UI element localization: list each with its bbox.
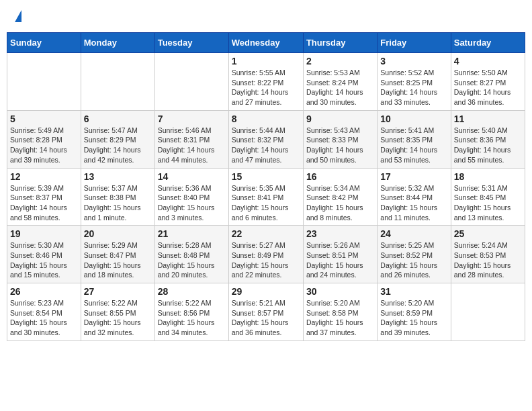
day-number: 14 [158,171,226,182]
day-number: 16 [306,171,374,182]
day-number: 1 [232,56,300,66]
day-info: Sunrise: 5:34 AM Sunset: 8:42 PM Dayligh… [306,183,374,223]
weekday-header-thursday: Thursday [303,33,377,53]
day-number: 23 [306,228,374,239]
calendar-cell: 17Sunrise: 5:32 AM Sunset: 8:44 PM Dayli… [378,168,451,226]
day-info: Sunrise: 5:49 AM Sunset: 8:28 PM Dayligh… [10,126,78,165]
day-info: Sunrise: 5:44 AM Sunset: 8:32 PM Dayligh… [232,126,300,165]
calendar-cell: 10Sunrise: 5:41 AM Sunset: 8:35 PM Dayli… [378,110,451,168]
day-number: 31 [380,286,447,297]
day-number: 8 [232,113,300,124]
logo-triangle-icon [15,10,21,22]
calendar-cell [7,53,81,111]
day-number: 25 [454,228,522,239]
day-number: 7 [158,113,226,124]
calendar-cell: 5Sunrise: 5:49 AM Sunset: 8:28 PM Daylig… [7,110,81,168]
day-number: 6 [84,113,152,124]
day-number: 2 [306,56,374,66]
day-info: Sunrise: 5:21 AM Sunset: 8:57 PM Dayligh… [232,298,300,338]
day-number: 28 [158,286,226,297]
day-info: Sunrise: 5:20 AM Sunset: 8:58 PM Dayligh… [306,298,374,338]
weekday-header-friday: Friday [378,33,451,53]
calendar-cell: 22Sunrise: 5:27 AM Sunset: 8:49 PM Dayli… [228,226,303,283]
calendar-cell: 15Sunrise: 5:35 AM Sunset: 8:41 PM Dayli… [228,168,303,226]
day-number: 27 [84,286,152,297]
weekday-header-monday: Monday [81,33,154,53]
day-info: Sunrise: 5:43 AM Sunset: 8:33 PM Dayligh… [306,126,374,165]
page-header [7,7,525,26]
calendar-cell: 29Sunrise: 5:21 AM Sunset: 8:57 PM Dayli… [228,283,303,341]
weekday-header-tuesday: Tuesday [154,33,228,53]
day-number: 21 [158,228,226,239]
day-info: Sunrise: 5:50 AM Sunset: 8:27 PM Dayligh… [454,68,522,107]
day-info: Sunrise: 5:52 AM Sunset: 8:25 PM Dayligh… [380,68,447,107]
calendar-cell: 16Sunrise: 5:34 AM Sunset: 8:42 PM Dayli… [303,168,377,226]
calendar-cell: 26Sunrise: 5:23 AM Sunset: 8:54 PM Dayli… [7,283,81,341]
day-number: 19 [10,228,78,239]
day-info: Sunrise: 5:28 AM Sunset: 8:48 PM Dayligh… [158,240,226,280]
day-number: 13 [84,171,152,182]
calendar-cell: 3Sunrise: 5:52 AM Sunset: 8:25 PM Daylig… [378,53,451,111]
day-number: 15 [232,171,300,182]
calendar-cell: 27Sunrise: 5:22 AM Sunset: 8:55 PM Dayli… [81,283,154,341]
day-info: Sunrise: 5:35 AM Sunset: 8:41 PM Dayligh… [232,183,300,223]
calendar-cell: 2Sunrise: 5:53 AM Sunset: 8:24 PM Daylig… [303,53,377,111]
day-info: Sunrise: 5:23 AM Sunset: 8:54 PM Dayligh… [10,298,78,338]
day-number: 9 [306,113,374,124]
day-info: Sunrise: 5:47 AM Sunset: 8:29 PM Dayligh… [84,126,152,165]
calendar-cell: 28Sunrise: 5:22 AM Sunset: 8:56 PM Dayli… [154,283,228,341]
day-info: Sunrise: 5:30 AM Sunset: 8:46 PM Dayligh… [10,240,78,280]
day-info: Sunrise: 5:55 AM Sunset: 8:22 PM Dayligh… [232,68,300,107]
calendar-cell: 20Sunrise: 5:29 AM Sunset: 8:47 PM Dayli… [81,226,154,283]
day-info: Sunrise: 5:20 AM Sunset: 8:59 PM Dayligh… [380,298,447,338]
day-info: Sunrise: 5:46 AM Sunset: 8:31 PM Dayligh… [158,126,226,165]
day-info: Sunrise: 5:31 AM Sunset: 8:45 PM Dayligh… [454,183,522,223]
day-number: 4 [454,56,522,66]
calendar-cell: 4Sunrise: 5:50 AM Sunset: 8:27 PM Daylig… [451,53,525,111]
calendar-cell: 9Sunrise: 5:43 AM Sunset: 8:33 PM Daylig… [303,110,377,168]
calendar-week-row: 26Sunrise: 5:23 AM Sunset: 8:54 PM Dayli… [7,283,525,341]
calendar-week-row: 12Sunrise: 5:39 AM Sunset: 8:37 PM Dayli… [7,168,525,226]
calendar-cell: 8Sunrise: 5:44 AM Sunset: 8:32 PM Daylig… [228,110,303,168]
calendar-cell: 24Sunrise: 5:25 AM Sunset: 8:52 PM Dayli… [378,226,451,283]
calendar-cell [81,53,154,111]
day-number: 3 [380,56,447,66]
day-number: 12 [10,171,78,182]
day-info: Sunrise: 5:26 AM Sunset: 8:51 PM Dayligh… [306,240,374,280]
calendar-cell: 25Sunrise: 5:24 AM Sunset: 8:53 PM Dayli… [451,226,525,283]
day-info: Sunrise: 5:39 AM Sunset: 8:37 PM Dayligh… [10,183,78,223]
day-info: Sunrise: 5:25 AM Sunset: 8:52 PM Dayligh… [380,240,447,280]
calendar-cell: 6Sunrise: 5:47 AM Sunset: 8:29 PM Daylig… [81,110,154,168]
weekday-header-sunday: Sunday [7,33,81,53]
day-info: Sunrise: 5:22 AM Sunset: 8:55 PM Dayligh… [84,298,152,338]
calendar-cell: 23Sunrise: 5:26 AM Sunset: 8:51 PM Dayli… [303,226,377,283]
day-info: Sunrise: 5:40 AM Sunset: 8:36 PM Dayligh… [454,126,522,165]
day-number: 22 [232,228,300,239]
calendar-cell [451,283,525,341]
day-number: 18 [454,171,522,182]
day-info: Sunrise: 5:27 AM Sunset: 8:49 PM Dayligh… [232,240,300,280]
day-info: Sunrise: 5:37 AM Sunset: 8:38 PM Dayligh… [84,183,152,223]
calendar-cell: 30Sunrise: 5:20 AM Sunset: 8:58 PM Dayli… [303,283,377,341]
calendar-cell: 21Sunrise: 5:28 AM Sunset: 8:48 PM Dayli… [154,226,228,283]
day-number: 26 [10,286,78,297]
day-number: 20 [84,228,152,239]
weekday-header-wednesday: Wednesday [228,33,303,53]
calendar-cell: 7Sunrise: 5:46 AM Sunset: 8:31 PM Daylig… [154,110,228,168]
calendar-table: SundayMondayTuesdayWednesdayThursdayFrid… [7,32,525,341]
day-info: Sunrise: 5:53 AM Sunset: 8:24 PM Dayligh… [306,68,374,107]
day-number: 24 [380,228,447,239]
day-info: Sunrise: 5:24 AM Sunset: 8:53 PM Dayligh… [454,240,522,280]
day-info: Sunrise: 5:41 AM Sunset: 8:35 PM Dayligh… [380,126,447,165]
calendar-week-row: 19Sunrise: 5:30 AM Sunset: 8:46 PM Dayli… [7,226,525,283]
calendar-cell: 14Sunrise: 5:36 AM Sunset: 8:40 PM Dayli… [154,168,228,226]
day-info: Sunrise: 5:36 AM Sunset: 8:40 PM Dayligh… [158,183,226,223]
day-number: 11 [454,113,522,124]
weekday-header-saturday: Saturday [451,33,525,53]
calendar-week-row: 5Sunrise: 5:49 AM Sunset: 8:28 PM Daylig… [7,110,525,168]
day-number: 10 [380,113,447,124]
calendar-cell: 11Sunrise: 5:40 AM Sunset: 8:36 PM Dayli… [451,110,525,168]
calendar-cell: 19Sunrise: 5:30 AM Sunset: 8:46 PM Dayli… [7,226,81,283]
weekday-header-row: SundayMondayTuesdayWednesdayThursdayFrid… [7,33,525,53]
logo [13,10,21,22]
